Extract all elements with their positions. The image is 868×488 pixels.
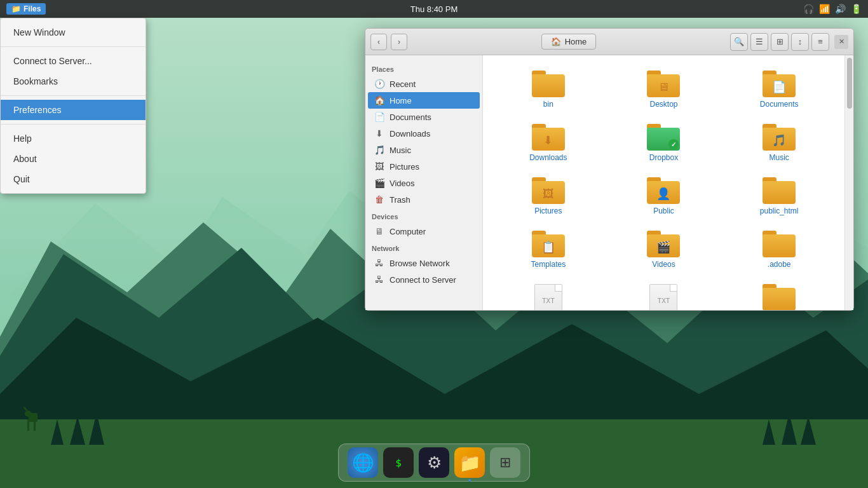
sidebar-label-pictures: Pictures bbox=[390, 162, 419, 172]
file-item-music[interactable]: 🎵 Music bbox=[724, 119, 834, 167]
file-item-documents[interactable]: 📄 Documents bbox=[724, 65, 834, 114]
menu-separator-2 bbox=[1, 95, 146, 96]
folder-icon-dropbox: ✓ bbox=[647, 124, 680, 151]
file-icon-bash-history: TXT bbox=[534, 284, 562, 310]
file-manager-body: Places 🕐 Recent 🏠 Home 📄 Documents ⬇ Dow… bbox=[365, 55, 853, 310]
file-item-dropbox[interactable]: ✓ Dropbox bbox=[609, 119, 719, 167]
svg-rect-9 bbox=[25, 410, 31, 417]
location-label: Home bbox=[565, 37, 587, 46]
scrollbar[interactable] bbox=[844, 55, 853, 310]
sidebar-item-recent[interactable]: 🕐 Recent bbox=[368, 76, 480, 92]
sidebar-label-music: Music bbox=[390, 146, 411, 155]
menu-item-quit[interactable]: Quit bbox=[1, 169, 146, 189]
file-item-templates[interactable]: 📋 Templates bbox=[493, 226, 604, 274]
folder-icon-music: 🎵 bbox=[763, 124, 796, 151]
file-name-adobe: .adobe bbox=[768, 260, 791, 269]
sidebar-item-trash[interactable]: 🗑 Trash bbox=[368, 191, 480, 208]
forward-button[interactable]: › bbox=[391, 34, 407, 50]
menu-item-bookmarks[interactable]: Bookmarks bbox=[1, 71, 146, 92]
menu-item-preferences[interactable]: Preferences bbox=[1, 100, 146, 120]
location-bar: 🏠 Home bbox=[411, 34, 726, 50]
sidebar-item-documents[interactable]: 📄 Documents bbox=[368, 109, 480, 125]
taskbar: 🌐 $ ⚙ 📁 ⊞ bbox=[338, 444, 530, 482]
taskbar-item-files[interactable]: 📁 bbox=[454, 447, 485, 478]
file-item-public-html[interactable]: public_html bbox=[724, 172, 834, 220]
file-manager-titlebar: ‹ › 🏠 Home 🔍 ☰ ⊞ ↕ ≡ ✕ bbox=[365, 29, 853, 55]
files-app-icon: 📁 bbox=[11, 4, 21, 13]
music-icon: 🎵 bbox=[374, 145, 384, 155]
file-name-public-html: public_html bbox=[760, 207, 799, 215]
videos-icon: 🎬 bbox=[374, 178, 384, 188]
documents-icon: 📄 bbox=[374, 112, 384, 122]
folder-icon-pictures: 🖼 bbox=[532, 177, 565, 204]
file-name-pictures: Pictures bbox=[534, 207, 562, 215]
file-item-bash-history[interactable]: TXT .bash_history bbox=[493, 279, 604, 310]
trash-icon: 🗑 bbox=[374, 194, 384, 205]
files-app-button[interactable]: 📁 Files bbox=[6, 3, 46, 15]
file-name-bin: bin bbox=[543, 100, 553, 109]
menu-button[interactable]: ≡ bbox=[811, 33, 829, 51]
sidebar-item-music[interactable]: 🎵 Music bbox=[368, 142, 480, 158]
file-name-music: Music bbox=[769, 153, 789, 162]
sidebar-item-downloads[interactable]: ⬇ Downloads bbox=[368, 125, 480, 142]
sidebar-item-videos[interactable]: 🎬 Videos bbox=[368, 175, 480, 191]
home-icon: 🏠 bbox=[551, 37, 561, 46]
menu-item-new-window[interactable]: New Window bbox=[1, 22, 146, 43]
taskbar-item-grid[interactable]: ⊞ bbox=[490, 447, 520, 478]
file-name-dropbox: Dropbox bbox=[649, 153, 678, 162]
back-button[interactable]: ‹ bbox=[370, 34, 387, 50]
file-name-documents: Documents bbox=[760, 100, 799, 109]
location-button[interactable]: 🏠 Home bbox=[541, 34, 597, 50]
sidebar-item-browse-network[interactable]: 🖧 Browse Network bbox=[368, 255, 480, 271]
sidebar-label-home: Home bbox=[390, 96, 412, 105]
folder-icon-cache bbox=[763, 284, 796, 310]
file-item-public[interactable]: 👤 Public bbox=[609, 172, 719, 220]
scrollbar-thumb[interactable] bbox=[847, 58, 852, 109]
file-content-area: bin 🖥 Desktop bbox=[483, 55, 844, 310]
taskbar-item-steam[interactable]: ⚙ bbox=[419, 447, 449, 478]
taskbar-item-terminal[interactable]: $ bbox=[383, 447, 414, 478]
sidebar-label-documents: Documents bbox=[390, 112, 431, 122]
folder-icon-bin bbox=[532, 71, 565, 97]
sort-button[interactable]: ↕ bbox=[791, 33, 809, 51]
close-button[interactable]: ✕ bbox=[834, 35, 848, 49]
file-item-bin[interactable]: bin bbox=[493, 65, 604, 114]
taskbar-item-browser[interactable]: 🌐 bbox=[348, 447, 378, 478]
sidebar-item-computer[interactable]: 🖥 Computer bbox=[368, 223, 480, 240]
computer-icon: 🖥 bbox=[374, 226, 384, 236]
menu-item-connect-to-server[interactable]: Connect to Server... bbox=[1, 51, 146, 71]
file-item-adobe[interactable]: .adobe bbox=[724, 226, 834, 274]
topbar: 📁 Files Thu 8:40 PM 🎧 📶 🔊 🔋 bbox=[0, 0, 868, 18]
menu-item-help[interactable]: Help bbox=[1, 128, 146, 149]
devices-label: Devices bbox=[365, 208, 482, 223]
file-item-downloads[interactable]: ⬇ Downloads bbox=[493, 119, 604, 167]
grid-icon: ⊞ bbox=[499, 454, 511, 471]
folder-icon-public: 👤 bbox=[647, 177, 680, 204]
file-manager-window: ‹ › 🏠 Home 🔍 ☰ ⊞ ↕ ≡ ✕ Places 🕐 Recent bbox=[365, 28, 854, 311]
file-icon-bashrc: TXT bbox=[649, 284, 677, 310]
menu-separator-3 bbox=[1, 124, 146, 125]
battery-icon: 🔋 bbox=[851, 4, 862, 14]
sidebar-item-connect-server[interactable]: 🖧 Connect to Server bbox=[368, 271, 480, 288]
recent-icon: 🕐 bbox=[374, 79, 384, 89]
file-name-public: Public bbox=[653, 207, 674, 215]
folder-icon-templates: 📋 bbox=[532, 231, 565, 257]
network-label: Network bbox=[365, 240, 482, 255]
sidebar-item-home[interactable]: 🏠 Home bbox=[368, 92, 480, 109]
headphone-icon: 🎧 bbox=[803, 4, 814, 14]
terminal-icon: $ bbox=[395, 457, 402, 469]
topbar-datetime: Thu 8:40 PM bbox=[410, 4, 458, 14]
file-item-pictures[interactable]: 🖼 Pictures bbox=[493, 172, 604, 220]
search-button[interactable]: 🔍 bbox=[730, 33, 748, 51]
menu-item-about[interactable]: About bbox=[1, 149, 146, 169]
sidebar-label-browse-network: Browse Network bbox=[390, 259, 450, 268]
file-item-cache[interactable]: .cache bbox=[724, 279, 834, 310]
grid-view-button[interactable]: ⊞ bbox=[771, 33, 789, 51]
list-view-button[interactable]: ☰ bbox=[750, 33, 768, 51]
file-name-downloads: Downloads bbox=[529, 153, 567, 162]
file-item-desktop[interactable]: 🖥 Desktop bbox=[609, 65, 719, 114]
file-item-videos[interactable]: 🎬 Videos bbox=[609, 226, 719, 274]
file-item-bashrc[interactable]: TXT .bashrc bbox=[609, 279, 719, 310]
folder-icon-videos: 🎬 bbox=[647, 231, 680, 257]
sidebar-item-pictures[interactable]: 🖼 Pictures bbox=[368, 158, 480, 175]
